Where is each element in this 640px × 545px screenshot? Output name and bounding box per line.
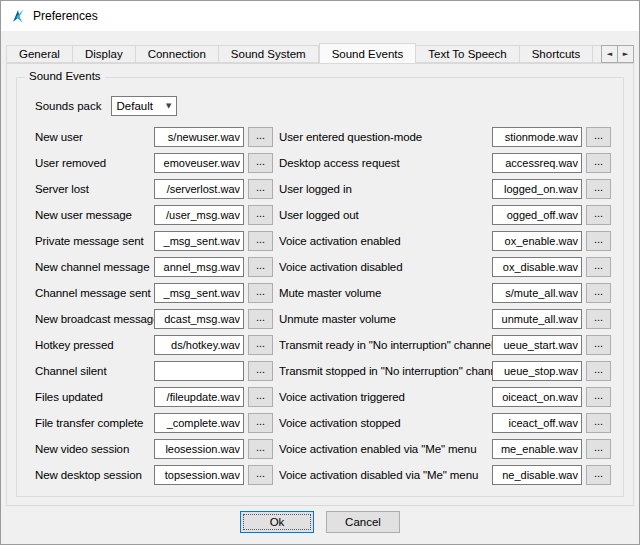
browse-button[interactable]: ...: [248, 335, 273, 355]
sound-file-input[interactable]: [154, 361, 244, 381]
sound-file-input[interactable]: [492, 361, 582, 381]
sound-file-input[interactable]: [492, 439, 582, 459]
sound-file-input[interactable]: [154, 335, 244, 355]
ok-button[interactable]: Ok: [240, 511, 314, 533]
sound-event-label: Mute master volume: [279, 287, 492, 299]
left-arrow-icon: ◄: [607, 50, 612, 58]
browse-button[interactable]: ...: [586, 361, 611, 381]
tab-sound-system[interactable]: Sound System: [219, 45, 319, 63]
sound-file-input[interactable]: [154, 309, 244, 329]
sound-file-input[interactable]: [492, 309, 582, 329]
sound-event-label: User logged in: [279, 183, 492, 195]
tab-display[interactable]: Display: [73, 45, 136, 63]
sound-event-row: New user...: [35, 124, 273, 150]
browse-button[interactable]: ...: [586, 127, 611, 147]
sound-event-row: Hotkey pressed...: [35, 332, 273, 358]
sound-file-input[interactable]: [154, 413, 244, 433]
browse-button[interactable]: ...: [248, 283, 273, 303]
sound-file-input[interactable]: [492, 387, 582, 407]
footer: Ok Cancel: [1, 511, 639, 533]
tab-sound-events[interactable]: Sound Events: [319, 43, 417, 64]
tab-scroll-right-button[interactable]: ►: [617, 45, 634, 63]
sound-event-row: New desktop session...: [35, 462, 273, 488]
browse-button[interactable]: ...: [248, 257, 273, 277]
cancel-button[interactable]: Cancel: [326, 511, 400, 533]
browse-button[interactable]: ...: [586, 387, 611, 407]
sound-event-row: User logged out...: [279, 202, 611, 228]
browse-button[interactable]: ...: [586, 179, 611, 199]
sound-file-input[interactable]: [492, 231, 582, 251]
sound-file-input[interactable]: [492, 205, 582, 225]
sound-event-row: User logged in...: [279, 176, 611, 202]
sound-event-label: Files updated: [35, 391, 154, 403]
sound-file-input[interactable]: [492, 465, 582, 485]
sound-file-input[interactable]: [154, 387, 244, 407]
sound-event-label: Voice activation triggered: [279, 391, 492, 403]
browse-button[interactable]: ...: [586, 413, 611, 433]
tab-shortcuts[interactable]: Shortcuts: [520, 45, 594, 63]
browse-button[interactable]: ...: [586, 309, 611, 329]
sound-file-input[interactable]: [492, 413, 582, 433]
sound-event-label: File transfer complete: [35, 417, 154, 429]
sound-file-input[interactable]: [154, 231, 244, 251]
tab-connection[interactable]: Connection: [136, 45, 219, 63]
browse-button[interactable]: ...: [248, 153, 273, 173]
sound-event-label: Transmit ready in "No interruption" chan…: [279, 339, 492, 351]
sound-file-input[interactable]: [492, 127, 582, 147]
sound-event-label: Unmute master volume: [279, 313, 492, 325]
sound-event-row: Mute master volume...: [279, 280, 611, 306]
sound-event-row: Desktop access request...: [279, 150, 611, 176]
sound-file-input[interactable]: [492, 335, 582, 355]
title-bar: Preferences: [1, 1, 639, 31]
sound-file-input[interactable]: [154, 127, 244, 147]
sounds-pack-select[interactable]: Default ▼: [111, 96, 177, 116]
sound-file-input[interactable]: [154, 439, 244, 459]
browse-button[interactable]: ...: [586, 231, 611, 251]
browse-button[interactable]: ...: [248, 361, 273, 381]
browse-button[interactable]: ...: [586, 283, 611, 303]
browse-button[interactable]: ...: [248, 127, 273, 147]
sound-event-label: Voice activation enabled: [279, 235, 492, 247]
browse-button[interactable]: ...: [248, 439, 273, 459]
sound-event-label: New broadcast message: [35, 313, 154, 325]
sound-file-input[interactable]: [154, 153, 244, 173]
browse-button[interactable]: ...: [248, 413, 273, 433]
sound-file-input[interactable]: [492, 179, 582, 199]
sound-file-input[interactable]: [154, 205, 244, 225]
left-column: New user...User removed...Server lost...…: [35, 124, 273, 488]
sound-event-label: New channel message: [35, 261, 154, 273]
browse-button[interactable]: ...: [586, 465, 611, 485]
sound-event-row: User removed...: [35, 150, 273, 176]
sound-event-label: New desktop session: [35, 469, 154, 481]
sound-file-input[interactable]: [492, 283, 582, 303]
browse-button[interactable]: ...: [248, 309, 273, 329]
tab-scroll-left-button[interactable]: ◄: [601, 45, 618, 63]
sound-file-input[interactable]: [492, 257, 582, 277]
sound-event-label: Private message sent: [35, 235, 154, 247]
sound-file-input[interactable]: [154, 283, 244, 303]
browse-button[interactable]: ...: [248, 231, 273, 251]
tab-text-to-speech[interactable]: Text To Speech: [416, 45, 519, 63]
browse-button[interactable]: ...: [248, 179, 273, 199]
sound-file-input[interactable]: [492, 153, 582, 173]
sound-event-row: Channel silent...: [35, 358, 273, 384]
tab-bar: GeneralDisplayConnectionSound SystemSoun…: [6, 43, 634, 64]
browse-button[interactable]: ...: [586, 153, 611, 173]
sound-event-row: New channel message...: [35, 254, 273, 280]
browse-button[interactable]: ...: [586, 335, 611, 355]
sound-file-input[interactable]: [154, 257, 244, 277]
browse-button[interactable]: ...: [586, 205, 611, 225]
sound-event-label: Desktop access request: [279, 157, 492, 169]
browse-button[interactable]: ...: [248, 205, 273, 225]
browse-button[interactable]: ...: [248, 387, 273, 407]
right-column: User entered question-mode...Desktop acc…: [279, 124, 611, 488]
sound-file-input[interactable]: [154, 465, 244, 485]
browse-button[interactable]: ...: [586, 257, 611, 277]
browse-button[interactable]: ...: [586, 439, 611, 459]
sound-event-label: Channel message sent: [35, 287, 154, 299]
browse-button[interactable]: ...: [248, 465, 273, 485]
sound-event-row: Files updated...: [35, 384, 273, 410]
sound-file-input[interactable]: [154, 179, 244, 199]
tab-general[interactable]: General: [6, 45, 73, 63]
preferences-window: Preferences GeneralDisplayConnectionSoun…: [0, 0, 640, 545]
